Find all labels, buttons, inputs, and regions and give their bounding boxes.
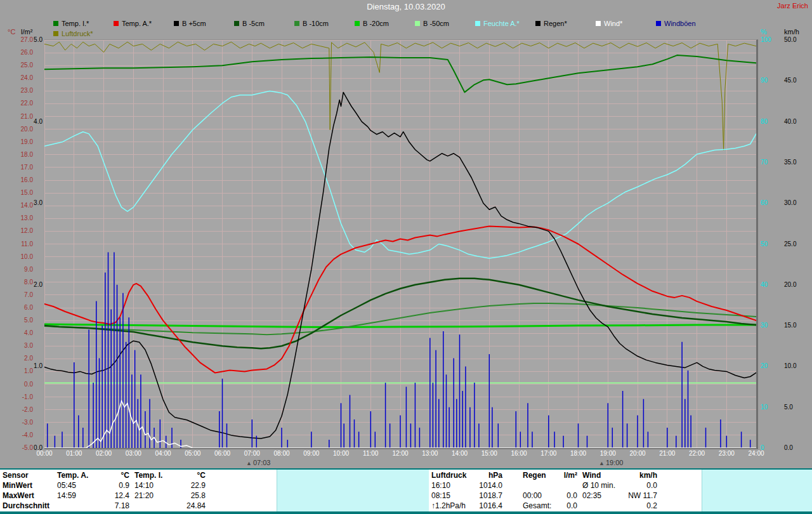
legend-swatch-icon: [53, 31, 58, 36]
axis-tick-label: 1.0: [8, 362, 43, 369]
cell-right: 1014.0: [479, 480, 502, 491]
axis-tick-label: 17.0: [8, 164, 33, 171]
axis-tick-label: 5.0: [8, 36, 43, 43]
cell-left: 05:45: [57, 480, 76, 491]
legend-swatch-icon: [656, 21, 661, 26]
legend-swatch-icon: [415, 21, 420, 26]
time-tick-label: 07:00: [241, 450, 263, 457]
axis-tick-label: 0.0: [8, 381, 33, 388]
legend-label: Temp. I.*: [62, 20, 89, 27]
axis-tick-label: 26.0: [8, 49, 33, 56]
axis-tick-label: 15.0: [784, 322, 809, 329]
cell-right: 0.2: [646, 501, 657, 511]
legend-item-temp-i-: Temp. I.*: [53, 20, 114, 27]
table-row: 14:1022.9: [134, 480, 206, 491]
series-Windböen: [48, 252, 750, 448]
axis-tick-label: 40.0: [784, 118, 809, 125]
axis-tick-label: 2.0: [8, 355, 33, 362]
axis-tick-label: 5.0: [784, 404, 809, 411]
axis-tick-label: 3.0: [8, 199, 43, 206]
cell-right: 1016.4: [479, 501, 502, 511]
table-header-row: Windkm/h: [582, 470, 657, 480]
time-tick-label: 12:00: [390, 450, 411, 457]
axis-tick-label: 40: [761, 281, 775, 288]
legend-item-b-5cm: B -5cm: [234, 20, 294, 27]
table-row: 02:35NW 11.7: [582, 491, 657, 501]
time-tick-label: 11:00: [360, 450, 381, 457]
axis-tick-label: 3.0: [8, 342, 33, 349]
time-tick-label: 20:00: [627, 450, 648, 457]
legend-swatch-icon: [535, 21, 540, 26]
legend-label: Luftdruck*: [62, 30, 93, 37]
axis-tick-label: 30.0: [784, 199, 809, 206]
gridlines: [44, 40, 756, 448]
axis-tick-label: 10.0: [784, 362, 809, 369]
table-row: 0.2: [582, 501, 657, 511]
legend-item-temp-a-: Temp. A.*: [114, 20, 174, 27]
axis-title-humidity: %: [761, 28, 767, 36]
axis-title-rain: l/m²: [21, 28, 32, 36]
axis-tick-label: 12.0: [8, 227, 33, 234]
legend-swatch-icon: [234, 21, 239, 26]
axis-tick-label: 11.0: [8, 241, 33, 247]
cell-left: 14:10: [134, 480, 154, 491]
time-tick-label: 03:00: [122, 450, 144, 457]
time-tick-label: 09:00: [301, 450, 322, 457]
time-tick-label: 15:00: [478, 450, 500, 457]
axis-tick-label: -4.0: [8, 432, 33, 438]
stats-group-temp-i: Temp. I.°C14:1022.921:2025.824.84: [134, 470, 206, 511]
table-row: Ø 10 min.0.0: [582, 480, 657, 491]
cell-right: 7.18: [115, 501, 129, 511]
axis-tick-label: 30: [761, 322, 775, 329]
axis-tick-label: 16.0: [8, 176, 33, 183]
cell-left: Temp. I.: [134, 470, 162, 480]
axis-tick-label: 13.0: [8, 214, 33, 221]
table-row: 16:101014.0: [431, 480, 502, 491]
cell-left: Temp. A.: [57, 470, 88, 480]
legend-label: B -5cm: [242, 20, 265, 27]
cell-left: 08:15: [431, 491, 450, 501]
cell-right: hPa: [488, 470, 502, 480]
table-row: 7.18: [57, 501, 129, 511]
title-bar: Dienstag, 10.03.2020: [0, 1, 812, 13]
axis-tick-label: 22.0: [8, 100, 33, 107]
legend-item-b-20cm: B -20cm: [355, 20, 415, 27]
table-header-row: Sensor: [3, 470, 53, 480]
table-header-row: Regenl/m²: [523, 470, 577, 480]
cell-left: Gesamt:: [523, 501, 551, 511]
axis-tick-label: -1.0: [8, 393, 33, 400]
axis-tick-label: 100: [761, 36, 775, 43]
legend-label: Windböen: [664, 20, 696, 27]
time-tick-label: 21:00: [657, 450, 678, 457]
legend-swatch-icon: [294, 21, 299, 26]
time-tick-label: 14:00: [449, 450, 471, 457]
axis-tick-label: 5.0: [8, 317, 33, 324]
axis-tick-label: 80: [761, 118, 775, 125]
time-tick-label: 22:00: [686, 450, 708, 457]
legend-item-windb-en: Windböen: [656, 20, 716, 27]
axis-tick-label: -2.0: [8, 406, 33, 413]
table-row: 21:2025.8: [134, 491, 206, 501]
legend-item-b-10cm: B -10cm: [294, 20, 355, 27]
sunset-marker: ▲19:00: [599, 459, 623, 466]
legend-label: B -10cm: [303, 20, 329, 27]
time-tick-label: 00:00: [34, 450, 55, 457]
legend-item-feuchte-a-: Feuchte A.*: [475, 20, 535, 27]
legend-item-regen-: Regen*: [535, 20, 596, 27]
time-tick-label: 23:00: [716, 450, 737, 457]
sunset-icon: ▲: [599, 460, 605, 466]
stats-row-labels: SensorMinWertMaxWertDurchschnitt: [3, 470, 53, 511]
cell-left: MaxWert: [3, 491, 34, 501]
table-row: [523, 480, 577, 491]
cell-right: 25.8: [191, 491, 206, 501]
page-title: Dienstag, 10.03.2020: [367, 2, 445, 11]
sunrise-icon: ▲: [246, 460, 252, 466]
time-tick-label: 01:00: [63, 450, 85, 457]
legend-label: B -50cm: [423, 20, 449, 27]
time-tick-label: 19:00: [597, 450, 619, 457]
cell-right: °C: [121, 470, 129, 480]
legend-swatch-icon: [53, 21, 58, 26]
cell-left: MinWert: [3, 480, 32, 491]
table-row: MaxWert: [3, 491, 53, 501]
stats-group-temp-a: Temp. A.°C05:450.914:5912.47.18: [57, 470, 129, 511]
